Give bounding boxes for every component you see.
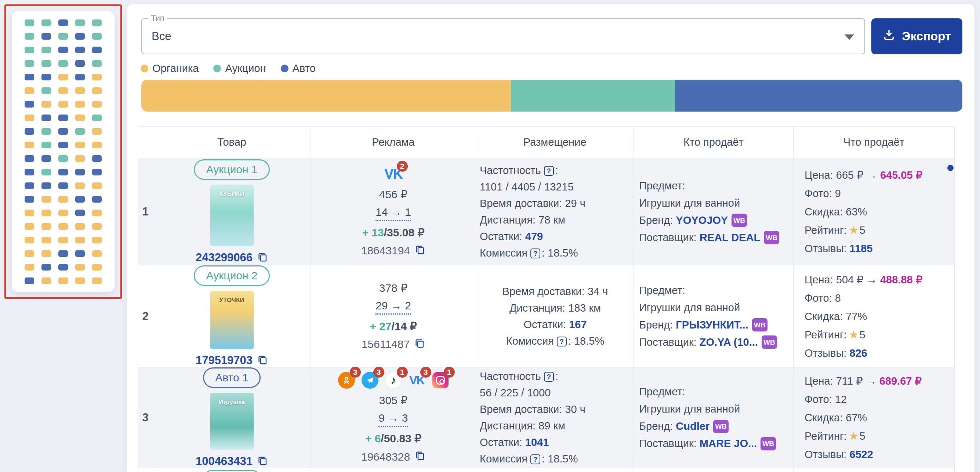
discount: 77% bbox=[846, 310, 867, 322]
matrix-dot bbox=[25, 114, 34, 121]
matrix-dot bbox=[58, 114, 68, 121]
notification-badge: 1 bbox=[397, 367, 408, 378]
matrix-dot bbox=[75, 196, 85, 203]
help-icon[interactable]: ? bbox=[544, 372, 554, 382]
price-new: 645.05 ₽ bbox=[880, 169, 923, 181]
distance: 78 км bbox=[538, 214, 565, 226]
matrix-dot bbox=[25, 183, 34, 189]
copy-icon[interactable] bbox=[414, 450, 425, 464]
help-icon[interactable]: ? bbox=[544, 166, 554, 176]
vk-icon[interactable]: VK 3 bbox=[409, 372, 425, 389]
matrix-dot bbox=[58, 87, 68, 94]
copy-icon[interactable] bbox=[257, 354, 268, 367]
cell-product: Аукцион 2 УТОЧКИ 179519703 bbox=[153, 265, 311, 367]
export-button-label: Экспорт bbox=[902, 29, 951, 43]
stock-link[interactable]: 479 bbox=[525, 230, 543, 242]
wb-badge[interactable]: WB bbox=[713, 420, 729, 433]
vk-icon[interactable]: VK 2 bbox=[385, 166, 402, 183]
stock-link[interactable]: 167 bbox=[569, 319, 587, 331]
reviews-link[interactable]: 6522 bbox=[850, 448, 873, 460]
matrix-dot bbox=[25, 237, 34, 243]
brand-link[interactable]: YOYOJOY bbox=[676, 215, 728, 226]
subject-value: Игрушки для ванной bbox=[639, 194, 793, 212]
telegram-icon[interactable]: 3 bbox=[361, 372, 379, 389]
star-icon: ★ bbox=[849, 430, 859, 442]
wb-badge[interactable]: WB bbox=[752, 318, 767, 331]
position-change[interactable]: 9 → 3 bbox=[379, 412, 408, 427]
matrix-dot bbox=[41, 237, 51, 243]
supplier-link[interactable]: ZO.YA (10... bbox=[700, 336, 758, 348]
copy-icon[interactable] bbox=[414, 244, 425, 257]
help-icon[interactable]: ? bbox=[557, 337, 567, 346]
sku-link[interactable]: 100463431 bbox=[196, 455, 253, 468]
next-badge-top bbox=[204, 470, 259, 472]
star-icon: ★ bbox=[849, 224, 859, 236]
table-row: 2 Аукцион 2 УТОЧКИ 179519703 bbox=[138, 265, 955, 367]
matrix-dot bbox=[41, 183, 51, 189]
matrix-dot bbox=[41, 114, 51, 121]
matrix-dot bbox=[58, 183, 68, 189]
export-button[interactable]: Экспорт bbox=[871, 18, 963, 54]
help-icon[interactable]: ? bbox=[530, 248, 540, 258]
matrix-dot bbox=[41, 278, 51, 284]
copy-icon[interactable] bbox=[414, 338, 425, 351]
wb-badge[interactable]: WB bbox=[760, 437, 776, 450]
stock-link[interactable]: 1041 bbox=[525, 436, 549, 448]
matrix-dot bbox=[92, 169, 102, 175]
matrix-dot bbox=[25, 264, 34, 270]
supplier-link[interactable]: MARE JO... bbox=[700, 437, 757, 449]
matrix-dot bbox=[58, 128, 68, 135]
matrix-dot bbox=[92, 19, 102, 26]
matrix-dot bbox=[58, 237, 68, 243]
matrix-dot bbox=[75, 155, 85, 162]
ad-price: 456 ₽ bbox=[379, 188, 407, 201]
reviews-link[interactable]: 1185 bbox=[850, 243, 872, 254]
instagram-icon[interactable]: 1 bbox=[432, 372, 449, 389]
matrix-dot bbox=[58, 47, 68, 53]
wb-badge[interactable]: WB bbox=[764, 231, 779, 244]
cell-what-sells: Цена: 665 ₽ → 645.05 ₽ Фото: 9 Скидка: 6… bbox=[794, 158, 955, 265]
header-placement: Размещение bbox=[476, 127, 634, 158]
tiktok-icon[interactable]: ♪ 1 bbox=[385, 372, 402, 389]
sku-link[interactable]: 243299066 bbox=[196, 251, 253, 264]
reviews-link[interactable]: 826 bbox=[850, 347, 867, 359]
notification-badge: 3 bbox=[350, 367, 361, 378]
matrix-dot bbox=[25, 223, 34, 230]
ad-type-distribution-bar bbox=[141, 79, 963, 111]
matrix-dot bbox=[41, 210, 51, 216]
wb-badge[interactable]: WB bbox=[762, 335, 777, 349]
sku-link[interactable]: 179519703 bbox=[196, 354, 253, 367]
matrix-dot bbox=[75, 87, 85, 94]
ok-icon[interactable]: 3 bbox=[338, 372, 355, 389]
matrix-dot bbox=[75, 60, 85, 67]
help-icon[interactable]: ? bbox=[530, 455, 540, 464]
commission: 18.5% bbox=[547, 247, 578, 259]
matrix-dot bbox=[41, 250, 51, 257]
product-image[interactable]: КУБИКИ bbox=[210, 184, 254, 246]
matrix-dot bbox=[75, 128, 85, 135]
wb-badge[interactable]: WB bbox=[732, 214, 747, 227]
row-number: 2 bbox=[138, 265, 153, 367]
product-image[interactable]: Игрушка bbox=[210, 393, 254, 450]
matrix-dot bbox=[25, 101, 34, 108]
position-change[interactable]: 29 → 2 bbox=[375, 299, 411, 315]
matrix-dot bbox=[25, 47, 34, 53]
legend-item-auction: Аукцион bbox=[213, 62, 266, 75]
copy-icon[interactable] bbox=[257, 251, 268, 264]
brand-link[interactable]: Cudler bbox=[676, 420, 710, 432]
position-change[interactable]: 14 → 1 bbox=[375, 206, 411, 221]
matrix-dot bbox=[25, 169, 34, 175]
copy-icon[interactable] bbox=[257, 455, 268, 467]
type-select[interactable]: Тип Все bbox=[141, 18, 865, 54]
brand-link[interactable]: ГРЫЗУНКИТ... bbox=[676, 319, 748, 331]
matrix-dot bbox=[92, 60, 102, 67]
product-image[interactable]: УТОЧКИ bbox=[210, 291, 254, 349]
matrix-dot bbox=[92, 278, 102, 284]
ad-type-badge: Авто 1 bbox=[203, 367, 260, 388]
bar-segment-auto bbox=[675, 79, 963, 111]
table-row-partial bbox=[138, 468, 955, 472]
matrix-dot bbox=[75, 74, 85, 80]
subject-value: Игрушки для ванной bbox=[639, 400, 793, 418]
supplier-link[interactable]: REAL DEAL bbox=[700, 232, 760, 243]
matrix-dot bbox=[41, 141, 51, 148]
